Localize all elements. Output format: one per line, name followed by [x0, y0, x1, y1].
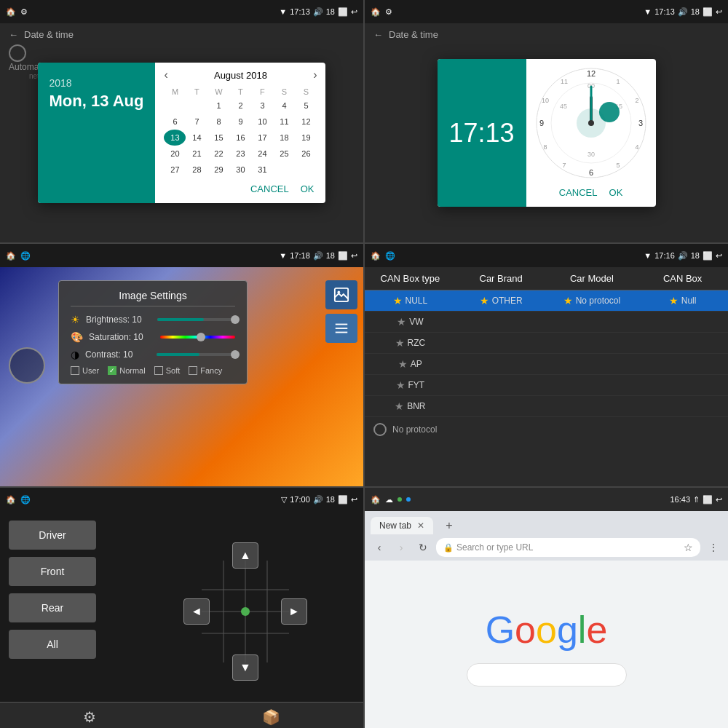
brightness-track[interactable] — [157, 318, 235, 321]
browser-url-box[interactable]: 🔒 Search or type URL ☆ — [436, 538, 700, 557]
saturation-track[interactable] — [160, 336, 235, 339]
cal-day-cell[interactable]: 20 — [164, 146, 186, 162]
cal-day-cell[interactable]: 10 — [251, 114, 273, 130]
home-icon-6[interactable]: 🏠 — [371, 495, 381, 505]
settings-icon[interactable]: ⚙ — [20, 7, 28, 17]
browser-refresh-btn[interactable]: ↻ — [414, 539, 432, 556]
cal-day-cell[interactable]: 21 — [186, 146, 207, 162]
cal-day-cell[interactable]: 18 — [273, 130, 295, 146]
left-circle-control[interactable] — [9, 347, 45, 384]
cal-day-cell[interactable]: 12 — [295, 114, 317, 130]
speaker-3d-icon[interactable]: 📦 — [262, 708, 280, 726]
arrow-right-btn[interactable]: ► — [281, 598, 307, 625]
clock-cancel-btn[interactable]: CANCEL — [559, 187, 598, 198]
can-selected-row[interactable]: ★ NULL ★ OTHER ★ No protocol ★ Null — [365, 290, 728, 312]
arrow-left-icon: ◄ — [191, 605, 202, 618]
cal-day-cell[interactable]: 24 — [251, 146, 273, 162]
cal-day-cell[interactable]: 14 — [186, 130, 207, 146]
rear-btn[interactable]: Rear — [9, 593, 96, 622]
cal-day-cell[interactable]: 5 — [295, 98, 317, 114]
arrow-up-btn[interactable]: ▲ — [232, 542, 258, 569]
cal-day-cell[interactable]: 16 — [229, 130, 251, 146]
cal-cancel-btn[interactable]: CANCEL — [250, 183, 289, 194]
driver-btn[interactable]: Driver — [9, 521, 96, 550]
settings-icon-2[interactable]: ⚙ — [385, 7, 392, 17]
clock-ok-btn[interactable]: OK — [609, 187, 623, 198]
cal-day-cell[interactable]: 26 — [295, 146, 317, 162]
preset-soft[interactable]: Soft — [154, 366, 181, 375]
browser-back-btn[interactable]: ‹ — [371, 539, 388, 556]
back-icon-1[interactable]: ↩ — [351, 7, 357, 17]
cal-day-cell[interactable]: 19 — [295, 130, 317, 146]
contrast-track[interactable] — [157, 353, 235, 356]
cal-day-cell[interactable]: 31 — [251, 162, 273, 178]
home-icon[interactable]: 🏠 — [6, 7, 16, 17]
cal-day-cell[interactable]: 23 — [229, 146, 251, 162]
app-icon-3[interactable]: 🌐 — [20, 251, 31, 261]
back-icon-3[interactable]: ↩ — [351, 251, 357, 261]
preset-fancy-check[interactable] — [189, 366, 197, 375]
can-row-fyt[interactable]: ★ FYT — [365, 375, 728, 396]
home-icon-3[interactable]: 🏠 — [6, 251, 16, 261]
home-icon-5[interactable]: 🏠 — [6, 495, 16, 505]
app-icon-4[interactable]: 🌐 — [385, 251, 395, 261]
home-icon-2[interactable]: 🏠 — [371, 7, 381, 17]
arrow-left-btn[interactable]: ◄ — [183, 598, 210, 625]
can-row-vw[interactable]: ★ VW — [365, 312, 728, 333]
back-icon-6[interactable]: ↩ — [716, 495, 722, 505]
home-icon-4[interactable]: 🏠 — [371, 251, 381, 261]
preset-user-check[interactable] — [71, 366, 79, 375]
back-icon-5[interactable]: ↩ — [351, 495, 357, 505]
tab-close-btn[interactable]: ✕ — [417, 521, 424, 531]
arrow-down-btn[interactable]: ▼ — [232, 654, 258, 681]
google-search-input[interactable] — [467, 663, 627, 687]
cal-next-btn[interactable]: › — [313, 68, 317, 82]
can-row-rzc[interactable]: ★ RZC — [365, 333, 728, 354]
cal-day-cell[interactable]: 4 — [273, 98, 295, 114]
cloud-icon-6[interactable]: ☁ — [385, 495, 393, 505]
cal-day-cell[interactable]: 29 — [207, 162, 229, 178]
saturation-thumb[interactable] — [197, 333, 205, 341]
equalizer-icon[interactable]: ⚙ — [83, 708, 96, 726]
cal-day-cell[interactable]: 25 — [273, 146, 295, 162]
cal-day-cell[interactable]: 15 — [207, 130, 229, 146]
cal-day-cell[interactable]: 17 — [251, 130, 273, 146]
preset-normal[interactable]: ✓ Normal — [108, 366, 145, 375]
contrast-thumb[interactable] — [231, 350, 240, 359]
gallery-btn[interactable] — [325, 280, 357, 309]
app-icon-5[interactable]: 🌐 — [20, 495, 31, 505]
browser-forward-btn[interactable]: › — [392, 539, 410, 556]
cal-day-cell[interactable]: 27 — [164, 162, 186, 178]
browser-menu-btn[interactable]: ⋮ — [705, 539, 722, 556]
cal-day-cell[interactable]: 1 — [207, 98, 229, 114]
can-row-bnr[interactable]: ★ BNR — [365, 396, 728, 417]
no-protocol-row[interactable]: No protocol — [365, 417, 728, 442]
cal-day-cell[interactable]: 11 — [273, 114, 295, 130]
back-icon-4[interactable]: ↩ — [716, 251, 722, 261]
cal-day-cell[interactable]: 9 — [229, 114, 251, 130]
preset-soft-check[interactable] — [154, 366, 163, 375]
new-tab-btn[interactable]: + — [439, 517, 459, 534]
cal-day-cell[interactable]: 2 — [229, 98, 251, 114]
cal-ok-btn[interactable]: OK — [301, 183, 314, 194]
cal-day-cell[interactable]: 3 — [251, 98, 273, 114]
cal-day-cell[interactable]: 8 — [207, 114, 229, 130]
bookmark-star-icon[interactable]: ☆ — [684, 542, 693, 553]
preset-normal-check[interactable]: ✓ — [108, 366, 116, 375]
cal-day-cell[interactable]: 7 — [186, 114, 207, 130]
cal-day-cell[interactable]: 6 — [164, 114, 186, 130]
front-btn[interactable]: Front — [9, 557, 96, 586]
cal-day-cell[interactable]: 28 — [186, 162, 207, 178]
brightness-thumb[interactable] — [231, 315, 240, 324]
preset-user[interactable]: User — [71, 366, 99, 375]
cal-day-cell[interactable]: 13 — [164, 130, 186, 146]
can-row-ap[interactable]: ★ AP — [365, 354, 728, 375]
browser-tab-new[interactable]: New tab ✕ — [371, 517, 433, 534]
all-btn[interactable]: All — [9, 630, 96, 659]
cal-prev-btn[interactable]: ‹ — [164, 68, 167, 82]
settings-list-btn[interactable] — [325, 314, 357, 343]
back-icon-2[interactable]: ↩ — [716, 7, 722, 17]
preset-fancy[interactable]: Fancy — [189, 366, 222, 375]
cal-day-cell[interactable]: 30 — [229, 162, 251, 178]
cal-day-cell[interactable]: 22 — [207, 146, 229, 162]
